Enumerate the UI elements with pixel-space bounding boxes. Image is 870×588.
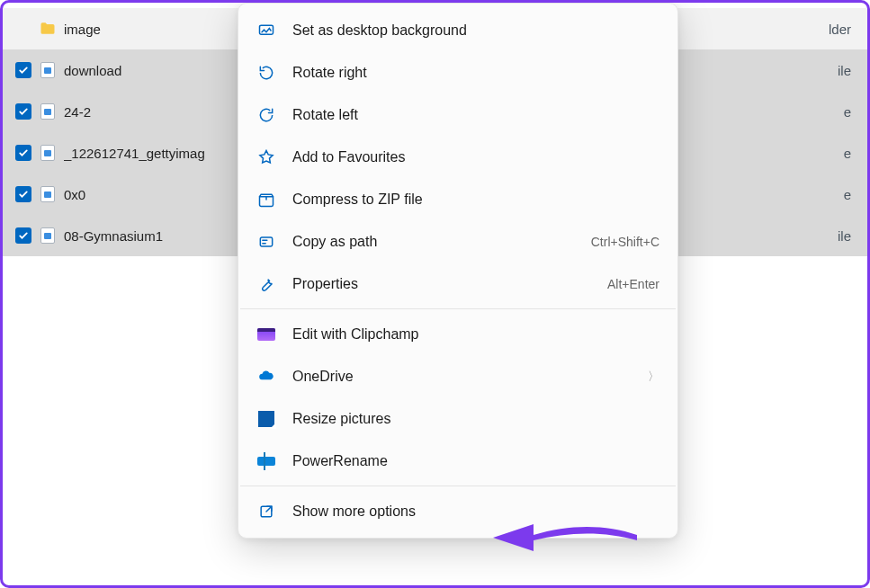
svg-rect-1 (260, 237, 272, 246)
file-name: 24-2 (64, 104, 91, 120)
context-menu: Set as desktop background Rotate right R… (238, 3, 678, 539)
image-file-icon (39, 144, 57, 162)
zip-icon (256, 190, 276, 209)
menu-label: PowerRename (292, 453, 659, 469)
file-type: e (844, 187, 851, 202)
image-file-icon (39, 185, 57, 203)
checkbox[interactable] (15, 62, 31, 78)
menu-label: Copy as path (292, 234, 575, 250)
checkbox[interactable] (15, 103, 31, 120)
file-type: lder (829, 22, 851, 37)
image-file-icon (39, 61, 57, 79)
menu-set-desktop-bg[interactable]: Set as desktop background (238, 9, 677, 51)
file-type: ile (838, 63, 851, 78)
file-name: image (64, 22, 101, 37)
file-type: e (844, 146, 851, 161)
file-type: ile (838, 228, 851, 244)
chevron-right-icon: 〉 (648, 369, 659, 385)
onedrive-icon (256, 367, 276, 387)
copy-path-icon (256, 232, 276, 252)
menu-powerrename[interactable]: PowerRename (238, 440, 677, 482)
menu-add-favourites[interactable]: Add to Favourites (238, 136, 677, 178)
desktop-bg-icon (256, 21, 276, 40)
menu-properties[interactable]: Properties Alt+Enter (238, 263, 677, 305)
menu-label: Edit with Clipchamp (292, 326, 659, 343)
wrench-icon (256, 274, 276, 294)
menu-separator (240, 308, 676, 309)
menu-label: Show more options (292, 503, 659, 520)
menu-show-more-options[interactable]: Show more options (238, 490, 677, 532)
file-name: download (64, 63, 121, 78)
menu-copy-as-path[interactable]: Copy as path Ctrl+Shift+C (238, 220, 677, 263)
file-type: e (844, 104, 851, 120)
menu-label: Properties (292, 276, 591, 292)
resize-icon (256, 409, 276, 429)
clipchamp-icon (256, 325, 276, 344)
menu-label: Rotate right (292, 65, 659, 81)
menu-label: Resize pictures (292, 411, 659, 427)
menu-resize-pictures[interactable]: Resize pictures (238, 397, 677, 440)
menu-label: Compress to ZIP file (292, 192, 659, 208)
menu-rotate-right[interactable]: Rotate right (238, 51, 677, 94)
checkbox[interactable] (15, 145, 31, 161)
image-file-icon (39, 227, 57, 245)
checkbox[interactable] (15, 186, 31, 202)
powerrename-icon (256, 451, 276, 471)
menu-label: Add to Favourites (292, 149, 659, 165)
rotate-left-icon (256, 105, 276, 125)
menu-separator (240, 486, 676, 486)
file-name: 08-Gymnasium1 (64, 228, 163, 244)
image-file-icon (39, 102, 57, 120)
file-name: _122612741_gettyimag (64, 146, 205, 161)
file-name: 0x0 (64, 187, 85, 202)
menu-shortcut: Alt+Enter (607, 277, 659, 291)
show-more-icon (256, 502, 276, 521)
menu-compress-zip[interactable]: Compress to ZIP file (238, 178, 677, 220)
menu-label: OneDrive (292, 369, 632, 385)
star-icon (256, 147, 276, 167)
menu-onedrive[interactable]: OneDrive 〉 (238, 355, 677, 397)
menu-label: Rotate left (292, 107, 659, 123)
folder-icon (39, 20, 57, 38)
menu-label: Set as desktop background (292, 22, 659, 39)
checkbox[interactable] (15, 227, 31, 244)
rotate-right-icon (256, 63, 276, 83)
menu-shortcut: Ctrl+Shift+C (591, 235, 659, 249)
menu-rotate-left[interactable]: Rotate left (238, 94, 677, 136)
menu-clipchamp[interactable]: Edit with Clipchamp (238, 313, 677, 355)
